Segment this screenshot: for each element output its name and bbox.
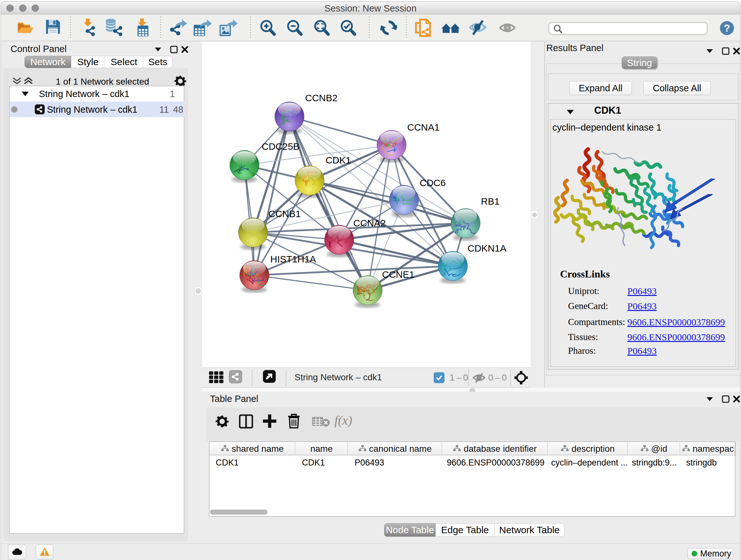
svg-text:CCNB2: CCNB2 — [305, 92, 338, 103]
svg-text:?: ? — [724, 22, 730, 34]
svg-text:RB1: RB1 — [481, 196, 499, 206]
svg-text:CCNB1: CCNB1 — [268, 208, 301, 219]
svg-text:CDKN1A: CDKN1A — [468, 243, 507, 253]
svg-text:CDC6: CDC6 — [420, 178, 446, 188]
svg-text:CDC25B: CDC25B — [262, 141, 299, 152]
svg-text:CCNA1: CCNA1 — [407, 122, 440, 132]
svg-text:CDK1: CDK1 — [326, 155, 351, 165]
svg-text:CCNE1: CCNE1 — [382, 269, 414, 280]
svg-text:HIST1H1A: HIST1H1A — [270, 254, 316, 264]
svg-text:CCNA2: CCNA2 — [353, 218, 386, 228]
